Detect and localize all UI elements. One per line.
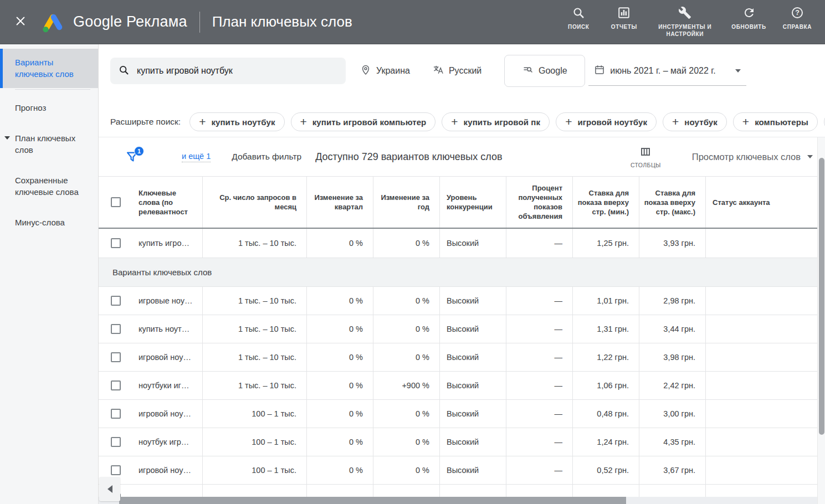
location-label: Украина	[376, 66, 410, 76]
appbar-action-reports[interactable]: ОТЧЕТЫ	[609, 6, 638, 30]
row-checkbox[interactable]	[111, 352, 121, 362]
appbar-action-search[interactable]: ПОИСК	[564, 6, 593, 30]
keyword-cell[interactable]: ноутбук игр…	[133, 428, 202, 456]
horizontal-scrollbar[interactable]	[99, 497, 817, 504]
avg-monthly-searches-cell: 100 – 1 тыс.	[202, 400, 306, 428]
ad-impression-share-cell: —	[506, 315, 572, 343]
sidebar-item-keyword-plan[interactable]: План ключевых слов	[0, 126, 98, 162]
avg-monthly-searches-cell: 100 – 1 тыс.	[202, 428, 306, 456]
appbar-action-tools[interactable]: ИНСТРУМЕНТЫ И НАСТРОЙКИ	[655, 6, 715, 38]
header-yoy-change[interactable]: Изменение за год	[373, 177, 439, 228]
scroll-left-button[interactable]	[99, 477, 120, 501]
sidebar-item-saved-keywords[interactable]: Сохраненные ключевые слова	[0, 168, 98, 204]
avg-monthly-searches-cell: 1 тыс. – 10 тыс.	[202, 315, 306, 343]
chevron-down-icon	[807, 155, 813, 158]
table-row: игровой ноу… 100 – 1 тыс. 0 % 0 % Высоки…	[99, 400, 817, 428]
keyword-cell[interactable]: игровой ноу…	[133, 456, 202, 484]
keyword-suggestion-chip[interactable]: + игровой ноутбук	[556, 112, 657, 131]
columns-label: СТОЛБЦЫ	[631, 162, 661, 168]
close-button[interactable]	[14, 15, 27, 29]
columns-button[interactable]: СТОЛБЦЫ	[631, 145, 661, 168]
svg-text:?: ?	[795, 9, 800, 17]
active-filter-button[interactable]: 1	[125, 150, 140, 164]
appbar-action-refresh[interactable]: ОБНОВИТЬ	[731, 6, 766, 30]
location-selector[interactable]: Украина	[360, 64, 410, 78]
quarterly-change-cell: 0 %	[306, 372, 373, 399]
top-bid-low-cell: 1,06 грн.	[572, 372, 639, 399]
quarterly-change-cell: 0 %	[306, 456, 373, 484]
help-icon: ?	[791, 6, 804, 19]
date-range-selector[interactable]: июнь 2021 г. – май 2022 г.	[588, 64, 746, 86]
account-status-cell	[705, 372, 817, 399]
top-bid-low-cell: 1,22 грн.	[572, 343, 639, 371]
keyword-suggestion-chip[interactable]: + компьютеры	[733, 112, 818, 131]
row-checkbox[interactable]	[111, 409, 121, 419]
ad-impression-share-cell: —	[506, 287, 572, 315]
select-all-checkbox[interactable]	[111, 197, 121, 207]
row-checkbox[interactable]	[111, 437, 121, 447]
header-ad-impression-share[interactable]: Процент полученных показов объявления	[506, 177, 572, 228]
header-quarterly-change[interactable]: Изменение за квартал	[306, 177, 373, 228]
horizontal-scrollbar-thumb[interactable]	[119, 497, 626, 504]
row-checkbox[interactable]	[111, 238, 121, 248]
ad-impression-share-cell: —	[506, 428, 572, 456]
sidebar-item-keyword-ideas[interactable]: Варианты ключевых слов	[0, 49, 98, 88]
keyword-cell[interactable]: игровой ноу…	[133, 400, 202, 428]
account-status-cell	[705, 400, 817, 428]
keyword-cell[interactable]: купить ноут…	[133, 315, 202, 343]
brand-title: Google Реклама	[73, 13, 187, 30]
keyword-cell[interactable]: игровые ноу…	[133, 287, 202, 315]
sidebar-item-negative-keywords[interactable]: Минус-слова	[0, 210, 98, 235]
network-selector[interactable]: Google	[504, 55, 585, 87]
keyword-suggestion-chip[interactable]: + купить ноутбук	[189, 112, 284, 131]
search-input[interactable]	[137, 66, 338, 76]
appbar-actions: ПОИСК ОТЧЕТЫ ИНСТРУМЕНТЫ И НАСТРОЙКИ ОБН…	[564, 6, 812, 38]
sidebar-item-forecast[interactable]: Прогноз	[0, 95, 98, 120]
chip-label: игровой ноутбук	[577, 117, 647, 127]
reports-icon	[617, 6, 631, 19]
header-account-status[interactable]: Статус аккаунта	[705, 177, 817, 228]
keyword-cell[interactable]: ноутбуки иг…	[133, 372, 202, 399]
keyword-suggestion-chip[interactable]: + купить игровой пк	[442, 112, 550, 131]
row-checkbox[interactable]	[111, 324, 121, 334]
top-bid-high-cell: 3,44 грн.	[639, 315, 705, 343]
header-avg-monthly-searches[interactable]: Ср. число запросов в месяц	[202, 177, 306, 228]
chip-label: купить игровой компьютер	[312, 117, 427, 127]
top-bid-low-cell: 0,52 грн.	[572, 456, 639, 484]
avg-monthly-searches-cell: 1 тыс. – 10 тыс.	[202, 343, 306, 371]
competition-cell: Высокий	[439, 428, 506, 456]
language-selector[interactable]: Русский	[433, 64, 481, 78]
top-bid-high-cell: 2,98 грн.	[639, 287, 705, 315]
vertical-scrollbar-thumb[interactable]	[819, 158, 824, 435]
yoy-change-cell: +900 %	[373, 372, 439, 399]
refresh-icon	[742, 6, 756, 19]
header-top-bid-low[interactable]: Ставка для показа вверху стр. (мин.)	[572, 177, 639, 228]
row-checkbox[interactable]	[111, 465, 121, 475]
vertical-scrollbar[interactable]	[817, 137, 825, 504]
more-filters-link[interactable]: и ещё 1	[182, 152, 211, 162]
keyword-table: Ключевые слова (по релевантност Ср. числ…	[99, 176, 817, 504]
add-filter-button[interactable]: Добавить фильтр	[232, 152, 301, 162]
appbar-action-help[interactable]: ? СПРАВКА	[783, 6, 812, 30]
chevron-down-icon	[4, 136, 10, 140]
row-checkbox-cell	[99, 343, 133, 371]
table-row: купить игро… 1 тыс. – 10 тыс. 0 % 0 % Вы…	[99, 229, 817, 258]
view-selector[interactable]: Просмотр ключевых слов	[692, 152, 813, 162]
keyword-cell[interactable]: игровой ноу…	[133, 343, 202, 371]
row-checkbox[interactable]	[111, 380, 121, 390]
keyword-suggestion-chip[interactable]: + ноутбук	[663, 112, 727, 131]
keyword-suggestion-chip[interactable]: + купить игровой компьютер	[291, 112, 436, 131]
header-top-bid-high[interactable]: Ставка для показа вверху стр. (макс.)	[639, 177, 705, 228]
keyword-cell[interactable]: купить игро…	[133, 229, 202, 258]
header-keyword[interactable]: Ключевые слова (по релевантност	[133, 177, 202, 228]
row-checkbox[interactable]	[111, 296, 121, 306]
sidebar: Варианты ключевых слов Прогноз План ключ…	[0, 44, 99, 504]
keyword-search-box[interactable]	[110, 58, 346, 84]
top-bid-low-cell: 1,24 грн.	[572, 428, 639, 456]
yoy-change-cell: 0 %	[373, 428, 439, 456]
top-bid-low-cell: 1,25 грн.	[572, 229, 639, 258]
plus-icon: +	[565, 116, 572, 127]
competition-cell: Высокий	[439, 287, 506, 315]
header-competition[interactable]: Уровень конкуренции	[439, 177, 506, 228]
chip-label: купить игровой пк	[464, 117, 541, 127]
